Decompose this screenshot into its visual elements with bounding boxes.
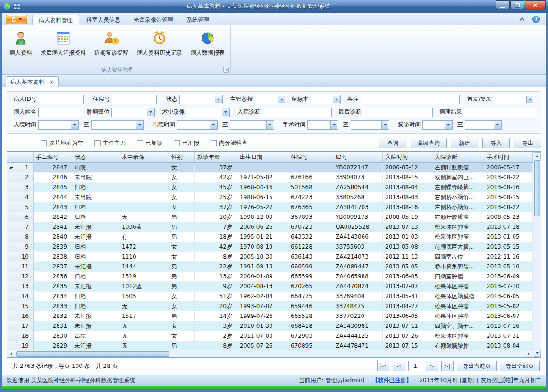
scroll-left-icon[interactable] xyxy=(8,351,15,357)
filter-select-first-or-relapse[interactable] xyxy=(494,95,534,104)
table-row[interactable]: 82840未汇报有男18岁1995-01-21643332ZA414306620… xyxy=(7,232,533,242)
table-row[interactable]: 132835未汇报1012蓝男9岁2004-08-13670265ZA44708… xyxy=(7,282,533,292)
dropdown-arrow-icon[interactable] xyxy=(333,96,340,103)
ribbon-tab-patient-management[interactable]: 病人资料管理 xyxy=(32,15,79,25)
checkbox-endocrine-exam[interactable]: 内分泌检查 xyxy=(211,139,247,147)
table-row[interactable]: 92839归档1472女42岁1970-08-19661228337556032… xyxy=(7,242,533,252)
table-row[interactable]: 182830出院无女2岁2011-07-03672903ZA4444125201… xyxy=(7,331,533,341)
filter-select-admit-date-to[interactable] xyxy=(91,120,144,130)
filter-select-chief-professor[interactable] xyxy=(255,95,286,104)
tab-patient-basic-info[interactable]: 病人基本资料 × xyxy=(6,76,59,87)
table-row[interactable]: 192829未汇报无男8岁2005-07-26670895ZA447847120… xyxy=(7,341,533,350)
scroll-down-icon[interactable] xyxy=(534,350,541,357)
column-header-manual-number[interactable]: 手工编号 xyxy=(34,152,72,162)
filter-input-admission-diagnosis[interactable] xyxy=(262,108,332,117)
table-row[interactable]: 122836归档1519男13岁2000-01-09665599ZA406598… xyxy=(7,272,533,282)
filter-select-followup-date-to[interactable] xyxy=(465,120,502,130)
tab-close-icon[interactable]: × xyxy=(49,79,54,85)
filter-input-remarks[interactable] xyxy=(361,95,460,104)
dropdown-arrow-icon[interactable] xyxy=(71,121,78,129)
column-header-visit-age[interactable]: 就诊年龄 xyxy=(195,152,237,162)
button-last-page[interactable]: >| xyxy=(441,361,454,371)
table-row[interactable]: 162832未汇报1517男14岁1999-07-266655183377022… xyxy=(7,311,533,321)
dropdown-arrow-icon[interactable] xyxy=(278,96,285,103)
quick-access-icon[interactable] xyxy=(13,2,21,11)
scroll-right-icon[interactable] xyxy=(525,351,532,357)
checkbox-reported[interactable]: 已汇报 xyxy=(174,139,199,147)
dropdown-arrow-icon[interactable] xyxy=(222,108,229,116)
dropdown-arrow-icon[interactable] xyxy=(330,121,337,129)
table-row[interactable]: 32845归档女45岁1968-04-16501568ZA25805442013… xyxy=(7,183,533,192)
scroll-up-icon[interactable] xyxy=(534,152,541,159)
filter-select-surgery-date-from[interactable] xyxy=(307,120,338,130)
ribbon-button-followup-reminder[interactable]: 近期复诊提醒 xyxy=(91,27,132,66)
filter-input-pathology-result[interactable] xyxy=(464,108,537,117)
checkbox-director-surgeon[interactable]: 主任主刀 xyxy=(94,139,126,147)
dropdown-arrow-icon[interactable] xyxy=(526,96,533,103)
dialog-launcher-icon[interactable]: ↘ xyxy=(223,67,229,73)
vertical-scroll-thumb[interactable] xyxy=(534,160,540,216)
registered-link[interactable]: 【软件已注册】 xyxy=(372,376,412,384)
dropdown-arrow-icon[interactable] xyxy=(445,121,452,129)
button-export-all-pages[interactable]: 导出全部页 xyxy=(500,361,540,371)
table-row[interactable]: 172831未汇报无女3岁2010-01-30668418ZA343098120… xyxy=(7,321,533,331)
filter-select-discharge-date-to[interactable] xyxy=(230,120,274,130)
table-row[interactable]: 142834归档1505女51岁1962-02-0466477533769408… xyxy=(7,292,533,301)
column-header-row-indicator[interactable] xyxy=(7,152,34,162)
dropdown-arrow-icon[interactable] xyxy=(136,121,143,129)
vertical-scrollbar[interactable] xyxy=(533,152,541,357)
button-import[interactable]: 导入 xyxy=(482,138,510,148)
collapse-ribbon-icon[interactable] xyxy=(519,17,524,23)
ribbon-button-patient-info[interactable]: 病人资料 xyxy=(6,27,36,66)
column-header-surgery-date[interactable]: 手术时间 xyxy=(484,152,533,162)
table-row[interactable]: 112837未汇报1444男22岁1991-08-13660599ZA40894… xyxy=(7,262,533,272)
button-next-page[interactable]: > xyxy=(426,361,438,371)
maximize-button[interactable] xyxy=(510,0,524,9)
filter-select-intraop-video[interactable] xyxy=(187,108,230,117)
ribbon-button-patient-data-report[interactable]: 病人数据报表 xyxy=(187,27,228,66)
column-header-status[interactable]: 状态 xyxy=(72,152,119,162)
dropdown-arrow-icon[interactable] xyxy=(494,121,501,129)
horizontal-scroll-thumb[interactable] xyxy=(16,351,169,357)
checkbox-film-address-empty[interactable]: 胶片地址为空 xyxy=(41,139,83,147)
dropdown-arrow-icon[interactable] xyxy=(147,108,154,116)
filter-input-patient-id[interactable] xyxy=(39,95,84,104)
table-row[interactable]: 102838归档1110女8岁2005-10-30636143ZA4214073… xyxy=(7,252,533,262)
ribbon-button-postop-report-info[interactable]: 术后病人汇报资料 xyxy=(37,27,90,66)
dropdown-arrow-icon[interactable] xyxy=(215,96,222,103)
button-first-page[interactable]: |< xyxy=(377,361,389,371)
minimize-button[interactable] xyxy=(496,0,510,9)
table-row[interactable]: 62842归档无男10岁1998-12-09367893YB0099173200… xyxy=(7,212,533,222)
column-header-admit-date[interactable]: 入院时间 xyxy=(383,152,432,162)
button-new[interactable]: 新建 xyxy=(451,138,478,148)
column-header-gender[interactable]: 性别 xyxy=(169,152,195,162)
button-export-current-page[interactable]: 导出当前页 xyxy=(457,361,497,371)
column-header-admit-diagnosis[interactable]: 入院诊断 xyxy=(432,152,484,162)
dropdown-arrow-icon[interactable] xyxy=(381,121,388,129)
column-header-birth-date[interactable]: 出生日期 xyxy=(237,152,288,162)
horizontal-scrollbar[interactable] xyxy=(7,350,533,357)
dropdown-arrow-icon[interactable] xyxy=(210,121,217,129)
button-advanced-query[interactable]: 高级查询 xyxy=(411,138,447,148)
filter-input-admission-no[interactable] xyxy=(112,95,157,104)
filter-select-admit-date-from[interactable] xyxy=(38,120,79,130)
table-row[interactable]: 42844未出院女25岁1988-06-15674223338052682013… xyxy=(7,192,533,202)
filter-select-discharge-date-from[interactable] xyxy=(177,120,218,130)
column-header-intraop-video[interactable]: 术中录像 xyxy=(119,152,169,162)
ribbon-tab-department-staff[interactable]: 科室人员信息 xyxy=(80,15,126,25)
filter-select-followup-date-from[interactable] xyxy=(422,120,453,130)
table-row[interactable]: 152833归档无女20岁1993-07-0765944633748475201… xyxy=(7,301,533,311)
ribbon-tab-system-management[interactable]: 系统管理 xyxy=(180,15,215,25)
ribbon-tab-disc-video-management[interactable]: 光盘录像带管理 xyxy=(127,15,179,25)
filter-input-final-diagnosis[interactable] xyxy=(363,108,433,117)
ribbon-button-patient-history[interactable]: 病人资料历史记录 xyxy=(133,27,186,66)
column-header-admission-number[interactable]: 住院号 xyxy=(288,152,333,162)
table-row[interactable]: 52843归档女37岁1976-05-27676365ZA38417032013… xyxy=(7,202,533,212)
table-row[interactable]: 72841未汇报1036蓝男7岁2006-06-26670723QA002552… xyxy=(7,222,533,232)
filter-select-surgery-date-to[interactable] xyxy=(351,120,389,130)
app-menu-button[interactable] xyxy=(6,15,27,24)
close-button[interactable]: × xyxy=(525,0,546,9)
filter-input-patient-name[interactable] xyxy=(38,108,83,117)
button-query[interactable]: 查询 xyxy=(379,138,406,148)
dropdown-arrow-icon[interactable] xyxy=(266,121,273,129)
